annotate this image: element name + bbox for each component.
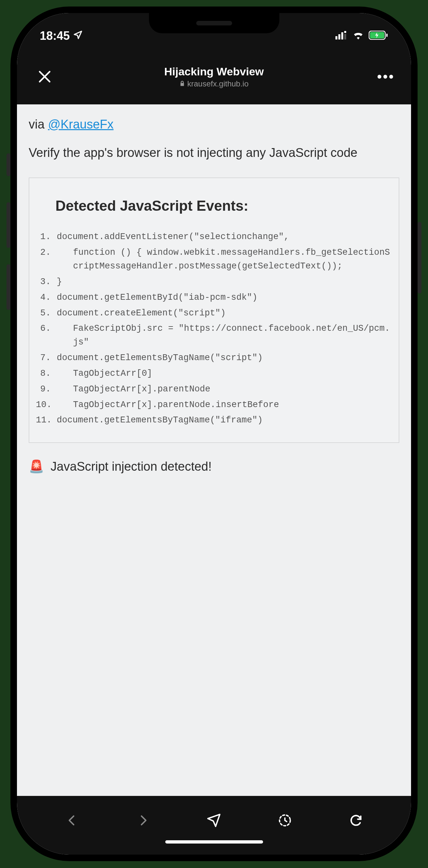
battery-charging-icon — [369, 31, 388, 41]
event-number: 10. — [36, 398, 57, 412]
event-code: document.createElement("script") — [57, 307, 392, 320]
event-row: 6.FakeScriptObj.src = "https://connect.f… — [36, 322, 392, 349]
via-line: via @KrauseFx — [29, 118, 399, 131]
event-row: 7.document.getElementsByTagName("script"… — [36, 351, 392, 365]
status-time: 18:45 — [40, 29, 70, 43]
bottom-toolbar — [17, 796, 411, 855]
via-prefix: via — [29, 118, 48, 131]
home-indicator[interactable] — [165, 840, 263, 843]
event-number: 9. — [36, 383, 57, 396]
volume-up-button — [6, 202, 10, 248]
event-row: 1.document.addEventListener("selectionch… — [36, 230, 392, 244]
author-link[interactable]: @KrauseFx — [48, 118, 113, 131]
event-code: } — [57, 275, 392, 289]
siren-icon: 🚨 — [29, 459, 44, 474]
svg-rect-3 — [344, 31, 346, 33]
event-code: document.getElementsByTagName("iframe") — [57, 413, 392, 427]
event-code: document.getElementsByTagName("script") — [57, 351, 392, 365]
panel-heading: Detected JavaScript Events: — [56, 198, 392, 214]
share-button[interactable] — [199, 806, 229, 835]
forward-button[interactable] — [128, 806, 158, 835]
reload-button[interactable] — [341, 806, 371, 835]
event-number: 1. — [36, 230, 57, 244]
event-number: 5. — [36, 307, 57, 320]
page-subtitle: Verify the app's browser is not injectin… — [29, 145, 399, 161]
event-row: 8.TagObjectArr[0] — [36, 367, 392, 381]
event-row: 4.document.getElementById("iab-pcm-sdk") — [36, 291, 392, 305]
event-code: FakeScriptObj.src = "https://connect.fac… — [57, 322, 392, 349]
event-row: 3.} — [36, 275, 392, 289]
page-domain: krausefx.github.io — [56, 79, 372, 88]
svg-rect-0 — [335, 36, 337, 39]
power-button — [418, 222, 422, 293]
event-number: 6. — [36, 322, 57, 336]
events-panel: Detected JavaScript Events: 1.document.a… — [29, 178, 399, 443]
phone-notch — [149, 13, 279, 33]
event-number: 7. — [36, 351, 57, 365]
event-row: 5.document.createElement("script") — [36, 307, 392, 320]
phone-screen: 18:45 Hij — [17, 13, 411, 855]
event-number: 8. — [36, 367, 57, 381]
event-row: 9.TagObjectArr[x].parentNode — [36, 383, 392, 396]
status-left: 18:45 — [40, 29, 83, 43]
webview-content[interactable]: via @KrauseFx Verify the app's browser i… — [17, 104, 411, 796]
location-arrow-icon — [73, 29, 83, 43]
more-button[interactable]: ••• — [372, 69, 395, 84]
event-row: 10.TagObjectArr[x].parentNode.insertBefo… — [36, 398, 392, 412]
cellular-icon — [335, 31, 348, 41]
event-code: document.addEventListener("selectionchan… — [57, 230, 392, 244]
svg-rect-4 — [344, 34, 346, 39]
domain-text: krausefx.github.io — [187, 79, 249, 88]
warning-text: JavaScript injection detected! — [51, 460, 211, 474]
event-code: TagObjectArr[x].parentNode.insertBefore — [57, 398, 392, 412]
event-row: 2.function () { window.webkit.messageHan… — [36, 246, 392, 273]
event-number: 11. — [36, 413, 57, 427]
event-number: 4. — [36, 291, 57, 305]
event-code: TagObjectArr[x].parentNode — [57, 383, 392, 396]
webview-navbar: Hijacking Webview krausefx.github.io ••• — [17, 49, 411, 104]
back-button[interactable] — [57, 806, 87, 835]
phone-frame: 18:45 Hij — [10, 6, 418, 861]
close-button[interactable] — [33, 69, 56, 84]
status-right — [335, 31, 388, 41]
event-number: 2. — [36, 246, 57, 260]
event-row: 11.document.getElementsByTagName("iframe… — [36, 413, 392, 427]
events-list: 1.document.addEventListener("selectionch… — [36, 230, 392, 427]
history-button[interactable] — [270, 806, 300, 835]
svg-rect-7 — [386, 34, 388, 37]
volume-switch — [6, 153, 10, 176]
event-code: TagObjectArr[0] — [57, 367, 392, 381]
event-code: document.getElementById("iab-pcm-sdk") — [57, 291, 392, 305]
volume-down-button — [6, 264, 10, 310]
navbar-title-group: Hijacking Webview krausefx.github.io — [56, 65, 372, 88]
wifi-icon — [352, 31, 364, 41]
lock-icon — [179, 79, 185, 88]
event-code: function () { window.webkit.messageHandl… — [57, 246, 392, 273]
svg-rect-2 — [341, 32, 343, 39]
warning-line: 🚨 JavaScript injection detected! — [29, 459, 399, 474]
page-title: Hijacking Webview — [56, 65, 372, 78]
svg-rect-1 — [338, 34, 340, 39]
event-number: 3. — [36, 275, 57, 289]
